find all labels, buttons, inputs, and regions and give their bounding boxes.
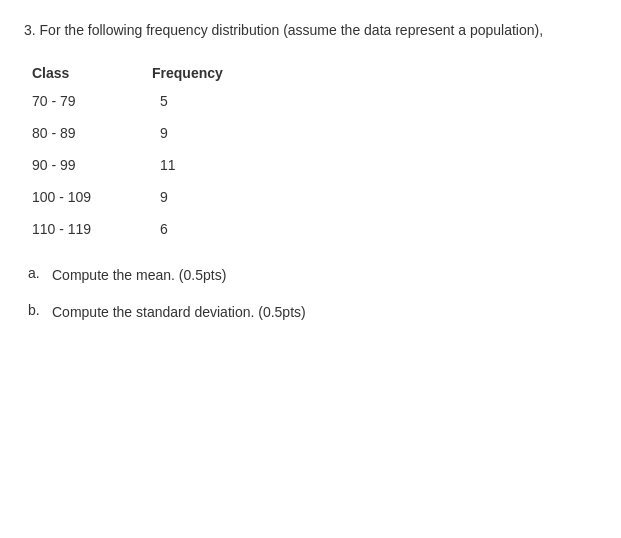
table-row: 110 - 119 6 (32, 221, 597, 237)
sub-questions: a. Compute the mean. (0.5pts) b. Compute… (28, 265, 597, 323)
cell-frequency-1: 5 (152, 93, 272, 109)
table-header: Class Frequency (32, 65, 597, 81)
cell-class-3: 90 - 99 (32, 157, 152, 173)
cell-frequency-5: 6 (152, 221, 272, 237)
table-row: 80 - 89 9 (32, 125, 597, 141)
part-a-text: Compute the mean. (0.5pts) (52, 265, 226, 286)
header-frequency: Frequency (152, 65, 272, 81)
question-part-b: b. Compute the standard deviation. (0.5p… (28, 302, 597, 323)
part-a-label: a. (28, 265, 52, 281)
header-class: Class (32, 65, 152, 81)
table-row: 100 - 109 9 (32, 189, 597, 205)
cell-class-1: 70 - 79 (32, 93, 152, 109)
cell-class-5: 110 - 119 (32, 221, 152, 237)
part-b-text: Compute the standard deviation. (0.5pts) (52, 302, 306, 323)
table-row: 70 - 79 5 (32, 93, 597, 109)
question-part-a: a. Compute the mean. (0.5pts) (28, 265, 597, 286)
cell-class-2: 80 - 89 (32, 125, 152, 141)
cell-frequency-2: 9 (152, 125, 272, 141)
cell-class-4: 100 - 109 (32, 189, 152, 205)
part-b-label: b. (28, 302, 52, 318)
question-intro: 3. For the following frequency distribut… (24, 20, 597, 41)
cell-frequency-3: 11 (152, 157, 272, 173)
table-row: 90 - 99 11 (32, 157, 597, 173)
cell-frequency-4: 9 (152, 189, 272, 205)
frequency-table: Class Frequency 70 - 79 5 80 - 89 9 90 -… (32, 65, 597, 237)
